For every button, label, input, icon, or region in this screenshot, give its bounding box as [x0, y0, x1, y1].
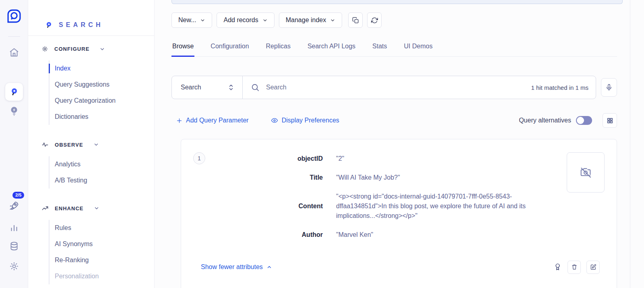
record-actions	[553, 261, 600, 274]
add-records-button[interactable]: Add records	[217, 12, 274, 28]
attribute-row: Title "Will AI Take My Job?"	[181, 173, 617, 182]
search-mode-select[interactable]: Search	[172, 76, 243, 99]
attribute-value: "2"	[336, 154, 539, 164]
settings-gear-icon[interactable]	[9, 261, 19, 271]
chevron-down-icon	[94, 205, 99, 211]
trending-up-icon	[41, 205, 49, 212]
sidebar-header: SEARCH	[28, 0, 154, 36]
attribute-row: Author "Marvel Ken"	[181, 230, 617, 240]
microphone-icon	[605, 84, 613, 91]
manage-index-label: Manage index	[286, 17, 326, 24]
search-input[interactable]	[266, 84, 524, 91]
chevron-up-icon	[266, 264, 272, 270]
result-card: 1 objectID "2" Title "Will AI Take My Jo…	[181, 139, 617, 288]
section-enhance: ENHANCE Rules AI Synonyms Re-Ranking Per…	[28, 205, 154, 284]
award-icon[interactable]	[553, 262, 562, 272]
tab-replicas[interactable]: Replicas	[265, 43, 291, 57]
result-card-footer: Show fewer attributes	[201, 260, 600, 274]
add-records-label: Add records	[223, 17, 258, 24]
new-button-label: New...	[178, 17, 196, 24]
sidebar-item-rules[interactable]: Rules	[50, 220, 154, 236]
sidebar-item-ab-testing[interactable]: A/B Testing	[50, 172, 154, 189]
content-edge-divider	[630, 0, 630, 288]
attribute-name: Author	[181, 230, 323, 239]
sidebar-item-dictionaries[interactable]: Dictionaries	[50, 109, 154, 125]
attribute-value: "<p><strong id="docs-internal-guid-14079…	[336, 192, 539, 221]
tab-search-api-logs[interactable]: Search API Logs	[307, 43, 356, 57]
layout-grid-button[interactable]	[603, 113, 617, 128]
section-label: ENHANCE	[55, 205, 84, 211]
main-content: New... Add records Manage index	[155, 0, 644, 288]
search-row: Search 1 hit matched in 1 ms	[171, 76, 617, 99]
query-controls-row: Add Query Parameter Display Preferences …	[171, 113, 617, 128]
trash-icon	[571, 264, 578, 270]
section-configure-header[interactable]: CONFIGURE	[28, 46, 154, 52]
edit-record-button[interactable]	[586, 261, 600, 274]
image-placeholder	[567, 152, 605, 193]
grid-icon	[607, 117, 613, 124]
section-label: CONFIGURE	[54, 46, 89, 52]
eye-icon	[271, 117, 278, 124]
delete-record-button[interactable]	[568, 261, 581, 274]
sidebar-item-index[interactable]: Index	[50, 60, 154, 77]
sidebar-item-personalization[interactable]: Personalization	[50, 268, 154, 284]
attribute-row: objectID "2"	[181, 154, 617, 164]
section-enhance-header[interactable]: ENHANCE	[28, 205, 154, 212]
chevron-down-icon	[93, 142, 99, 147]
database-icon[interactable]	[9, 241, 19, 251]
add-query-parameter-label: Add Query Parameter	[186, 117, 249, 124]
search-product-icon[interactable]	[5, 83, 23, 101]
chevron-updown-icon	[228, 83, 234, 91]
chevron-down-icon	[330, 18, 335, 23]
sidebar-item-query-categorization[interactable]: Query Categorization	[50, 93, 154, 109]
copy-button[interactable]	[348, 12, 363, 28]
attribute-name: objectID	[181, 154, 323, 163]
algolia-logo-icon[interactable]	[5, 7, 23, 25]
add-query-parameter-link[interactable]: Add Query Parameter	[176, 117, 249, 124]
result-attributes: objectID "2" Title "Will AI Take My Job?…	[181, 154, 617, 249]
plus-icon	[176, 118, 182, 124]
sidebar-item-query-suggestions[interactable]: Query Suggestions	[50, 77, 154, 93]
search-input-wrap: 1 hit matched in 1 ms	[243, 76, 596, 99]
refresh-button[interactable]	[367, 12, 382, 28]
rocket-icon[interactable]	[8, 200, 20, 212]
search-section-icon	[44, 21, 53, 29]
tab-browse[interactable]: Browse	[171, 43, 194, 57]
show-fewer-label: Show fewer attributes	[201, 263, 263, 271]
recommend-bulb-icon[interactable]	[9, 106, 19, 117]
sidebar-item-ai-synonyms[interactable]: AI Synonyms	[50, 236, 154, 252]
chevron-down-icon	[262, 18, 268, 23]
search-mode-value: Search	[181, 84, 201, 91]
query-alternatives-toggle[interactable]	[576, 116, 592, 125]
sidebar-item-analytics[interactable]: Analytics	[50, 156, 154, 172]
sidebar-item-re-ranking[interactable]: Re-Ranking	[50, 252, 154, 268]
rail-divider	[8, 36, 20, 37]
tab-ui-demos[interactable]: UI Demos	[403, 43, 433, 57]
toggle-knob	[577, 117, 584, 124]
tab-stats[interactable]: Stats	[372, 43, 388, 57]
icon-rail: 2/5	[0, 0, 28, 288]
show-fewer-attributes-link[interactable]: Show fewer attributes	[201, 263, 272, 271]
attribute-name: Content	[181, 202, 323, 211]
voice-search-button[interactable]	[601, 78, 617, 97]
search-icon	[251, 83, 260, 92]
refresh-icon	[371, 17, 378, 24]
tab-configuration[interactable]: Configuration	[210, 43, 250, 57]
query-alternatives-label: Query alternatives	[519, 117, 571, 124]
section-configure: CONFIGURE Index Query Suggestions Query …	[28, 46, 154, 125]
display-preferences-link[interactable]: Display Preferences	[271, 117, 339, 124]
attribute-name: Title	[181, 173, 323, 182]
gear-icon	[41, 46, 48, 52]
analytics-bars-icon[interactable]	[9, 222, 19, 232]
new-button[interactable]: New...	[171, 12, 212, 28]
home-icon[interactable]	[8, 47, 20, 58]
copy-icon	[352, 17, 359, 24]
manage-index-button[interactable]: Manage index	[279, 12, 343, 28]
edit-icon	[590, 264, 597, 270]
section-observe-header[interactable]: OBSERVE	[28, 141, 154, 148]
index-tabs: Browse Configuration Replicas Search API…	[171, 43, 617, 57]
attribute-value: "Marvel Ken"	[336, 230, 539, 240]
index-selector-bar-partial[interactable]	[171, 0, 623, 4]
index-toolbar: New... Add records Manage index	[171, 12, 382, 28]
attribute-row: Content "<p><strong id="docs-internal-gu…	[181, 192, 617, 221]
